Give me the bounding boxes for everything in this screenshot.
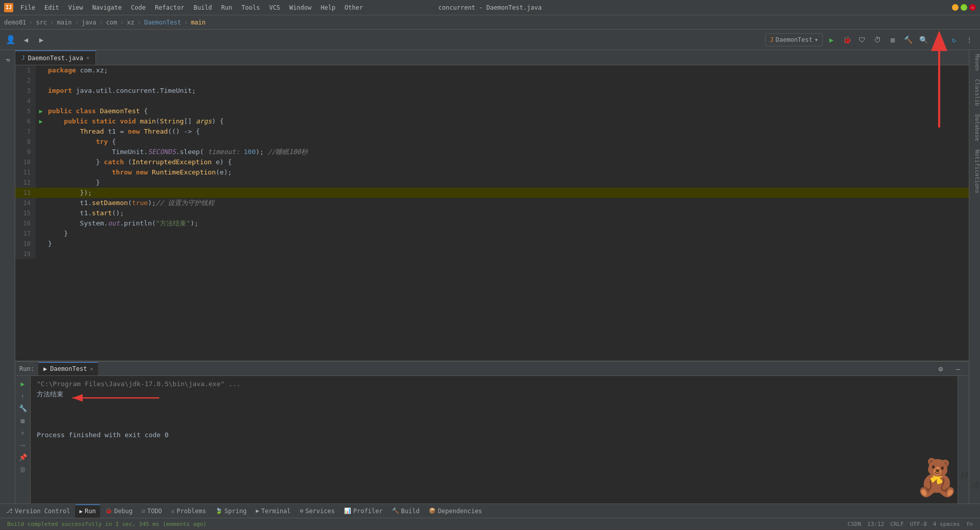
problems-icon: ⚠ bbox=[171, 508, 175, 514]
debug-button[interactable]: 🐞 bbox=[840, 33, 853, 46]
dependencies-tab[interactable]: 📦 Dependencies bbox=[425, 504, 486, 518]
code-line-6: 6 ▶ public static void main(String[] arg… bbox=[15, 116, 969, 127]
menu-refactor[interactable]: Refactor bbox=[151, 3, 188, 12]
code-editor[interactable]: 1 package com.xz; 2 3 import java.util.c… bbox=[15, 65, 969, 361]
rerun-button[interactable]: ▶ bbox=[17, 378, 29, 389]
code-line-19: 19 bbox=[15, 249, 969, 259]
build-tab[interactable]: 🔨 Build bbox=[388, 504, 424, 518]
problems-tab[interactable]: ⚠ Problems bbox=[167, 504, 210, 518]
build-button[interactable]: 🔨 bbox=[901, 33, 915, 46]
code-line-12: 12 } bbox=[15, 178, 969, 188]
help-button[interactable]: ? bbox=[932, 33, 945, 46]
left-sidebar: P bbox=[0, 50, 15, 503]
dependencies-label: Dependencies bbox=[438, 508, 482, 515]
debug-icon: 🐞 bbox=[105, 508, 112, 514]
notifications-panel-tab[interactable]: Notifications bbox=[969, 145, 980, 197]
output-line-exit: Process finished with exit code 0 bbox=[37, 430, 951, 440]
build-status[interactable]: Build completed successfully in 1 sec, 3… bbox=[4, 521, 210, 527]
breadcrumb-main-method[interactable]: main bbox=[191, 19, 206, 26]
menu-navigate[interactable]: Navigate bbox=[88, 3, 126, 12]
code-line-3: 3 import java.util.concurrent.TimeUnit; bbox=[15, 86, 969, 96]
csdn-status[interactable]: CSDN bbox=[845, 521, 865, 527]
run-daemontest-tab[interactable]: ▶ DaemonTest × bbox=[38, 362, 99, 375]
run-minimize-button[interactable]: — bbox=[951, 362, 965, 375]
maximize-button[interactable]: □ bbox=[961, 4, 967, 11]
search-button[interactable]: 🔍 bbox=[917, 33, 930, 46]
menu-build[interactable]: Build bbox=[189, 3, 216, 12]
run-output[interactable]: "C:\Program Files\Java\jdk-17.0.5\bin\ja… bbox=[31, 376, 958, 503]
time-status: 13:12 bbox=[864, 521, 887, 527]
run-panel-right bbox=[958, 376, 969, 503]
trash-button[interactable]: 🗑 bbox=[17, 464, 29, 475]
editor-area: J DaemonTest.java × 1 package com.xz; 2 … bbox=[15, 50, 969, 503]
menu-tools[interactable]: Tools bbox=[237, 3, 264, 12]
menu-file[interactable]: File bbox=[16, 3, 39, 12]
close-button[interactable]: × bbox=[969, 4, 976, 11]
stop-run-button[interactable]: ■ bbox=[17, 415, 29, 426]
editor-tab-bar: J DaemonTest.java × bbox=[15, 50, 969, 65]
services-tab[interactable]: ⚙ Services bbox=[296, 504, 339, 518]
encoding-status[interactable]: UTF-8 bbox=[907, 521, 930, 527]
tab-close-button[interactable]: × bbox=[86, 55, 89, 61]
code-line-17: 17 } bbox=[15, 229, 969, 239]
maven-panel-tab[interactable]: Maven bbox=[969, 50, 980, 75]
wrench-button[interactable]: 🔧 bbox=[17, 402, 29, 414]
database-panel-tab[interactable]: Database bbox=[969, 110, 980, 145]
run-tab-close[interactable]: × bbox=[90, 366, 93, 372]
breadcrumb-demo01[interactable]: demo01 bbox=[4, 19, 26, 26]
minimize-button[interactable]: − bbox=[952, 4, 959, 11]
menu-help[interactable]: Help bbox=[316, 3, 339, 12]
profile-run-button[interactable]: ⏱ bbox=[871, 33, 884, 46]
terminal-tab[interactable]: ▶ Terminal bbox=[252, 504, 295, 518]
pin-button[interactable]: 📌 bbox=[17, 451, 29, 463]
spring-label: Spring bbox=[225, 508, 247, 515]
forward-button[interactable]: ▶ bbox=[35, 33, 48, 46]
debug-tab[interactable]: 🐞 Debug bbox=[101, 504, 137, 518]
stop-button[interactable]: ■ bbox=[886, 33, 899, 46]
run-label: Run: bbox=[19, 365, 34, 372]
todo-tab[interactable]: ☑ TODO bbox=[138, 504, 166, 518]
daemontest-tab[interactable]: J DaemonTest.java × bbox=[15, 51, 96, 65]
code-line-1: 1 package com.xz; bbox=[15, 65, 969, 75]
profiler-tab[interactable]: 📊 Profiler bbox=[340, 504, 387, 518]
run-button[interactable]: ▶ bbox=[825, 33, 838, 46]
menu-code[interactable]: Code bbox=[127, 3, 150, 12]
breadcrumb-daemontest[interactable]: DaemonTest bbox=[144, 19, 181, 26]
line-ending-status[interactable]: CRLF bbox=[887, 521, 907, 527]
run-config-dropdown[interactable]: J DaemonTest ▾ bbox=[765, 33, 823, 46]
breadcrumb-java[interactable]: java bbox=[82, 19, 96, 26]
spring-tab[interactable]: 🍃 Spring bbox=[211, 504, 251, 518]
breadcrumb-main[interactable]: main bbox=[57, 19, 72, 26]
menu-run[interactable]: Run bbox=[217, 3, 236, 12]
project-icon[interactable]: P bbox=[2, 54, 14, 66]
window-controls: − □ × bbox=[952, 4, 976, 11]
menu-edit[interactable]: Edit bbox=[40, 3, 63, 12]
code-line-16: 16 System.out.println("方法结束"); bbox=[15, 218, 969, 229]
run-icon: ▶ bbox=[79, 508, 83, 515]
breadcrumb-com[interactable]: com bbox=[106, 19, 117, 26]
run-config-name: DaemonTest bbox=[776, 36, 813, 43]
code-line-8: 8 try { bbox=[15, 137, 969, 147]
more-actions-button[interactable]: ⋮ bbox=[963, 33, 976, 46]
version-control-tab[interactable]: ⎇ Version Control bbox=[2, 504, 74, 518]
indent-status[interactable]: 4 spaces bbox=[930, 521, 963, 527]
menu-other[interactable]: Other bbox=[340, 3, 367, 12]
scroll-up-button[interactable]: ↑ bbox=[17, 390, 29, 401]
menu-window[interactable]: Window bbox=[285, 3, 315, 12]
run-settings-button[interactable]: ⚙ bbox=[934, 362, 947, 375]
close-run-button[interactable]: × bbox=[17, 427, 29, 438]
back-button[interactable]: ◀ bbox=[19, 33, 33, 46]
breadcrumb-xz[interactable]: xz bbox=[127, 19, 134, 26]
soft-wrap-button[interactable]: ⟶ bbox=[17, 439, 29, 450]
services-label: Services bbox=[305, 508, 335, 515]
classlib-panel-tab[interactable]: Classlib bbox=[969, 75, 980, 110]
breadcrumb-src[interactable]: src bbox=[36, 19, 47, 26]
code-line-15: 15 t1.start(); bbox=[15, 208, 969, 218]
run-with-coverage-button[interactable]: 🛡 bbox=[855, 33, 869, 46]
run-tab[interactable]: ▶ Run bbox=[75, 504, 100, 518]
menu-vcs[interactable]: VCS bbox=[265, 3, 284, 12]
right-panels: Maven Classlib Database Notifications bbox=[969, 50, 980, 503]
profile-button[interactable]: 👤 bbox=[4, 33, 17, 46]
ide-update-button[interactable]: ↻ bbox=[947, 33, 961, 46]
menu-view[interactable]: View bbox=[64, 3, 87, 12]
